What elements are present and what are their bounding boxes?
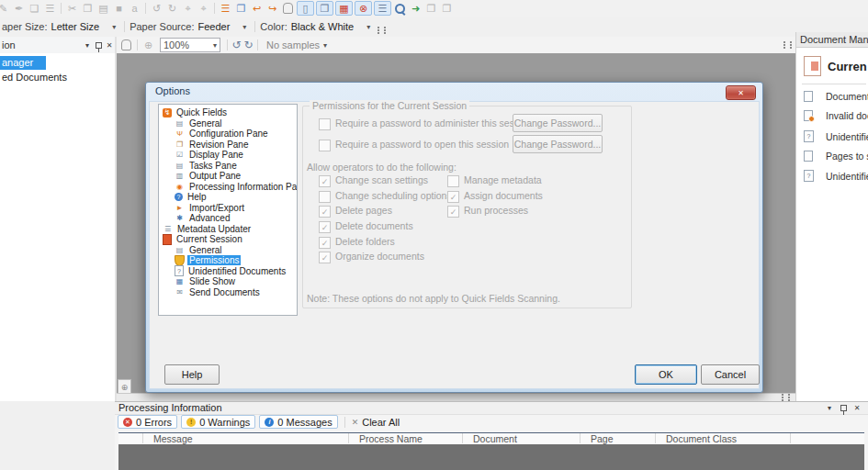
rp-item-invalid-documents[interactable]: Invalid docu: [804, 110, 868, 121]
sidebar-item-document-manager[interactable]: anager: [0, 56, 46, 70]
color-value[interactable]: Black & White: [291, 21, 354, 32]
paper-size-value[interactable]: Letter Size: [51, 21, 100, 32]
paper-size-dropdown-icon[interactable]: ▾: [112, 23, 116, 31]
undo-icon[interactable]: ↩: [249, 1, 265, 16]
thumbnails-view-icon[interactable]: ▦: [335, 1, 353, 16]
tree-item-help[interactable]: Help: [159, 192, 297, 203]
pan-hand-icon[interactable]: [280, 1, 296, 16]
tree-item-quick-fields[interactable]: Quick Fields: [159, 107, 297, 118]
resize-grip[interactable]: [782, 394, 790, 401]
copy-pages-icon[interactable]: ❐: [80, 1, 96, 16]
tree-item-revision-pane[interactable]: Revision Pane: [159, 140, 297, 151]
require-admin-password-checkbox[interactable]: [319, 118, 331, 130]
annotation-lines-icon[interactable]: ☰: [42, 1, 58, 16]
import-document-icon[interactable]: ❐: [439, 1, 455, 16]
delete-documents-checkbox[interactable]: [319, 221, 331, 233]
tree-item-configuration-pane[interactable]: Configuration Pane: [159, 129, 297, 140]
run-processes-checkbox[interactable]: [447, 206, 459, 218]
delete-page-icon[interactable]: ⊗: [355, 1, 372, 16]
registration-right-icon[interactable]: ⌖: [196, 1, 211, 16]
tree-item-processing-information-pane[interactable]: Processing Information Pane: [159, 182, 297, 193]
close-icon[interactable]: ✕: [851, 403, 862, 414]
tree-item-session-general[interactable]: General: [159, 245, 297, 256]
change-scheduling-options-checkbox[interactable]: [319, 191, 331, 203]
tree-item-slide-show[interactable]: Slide Show: [159, 276, 297, 287]
organize-documents-checkbox[interactable]: [319, 252, 331, 263]
send-documents-icon[interactable]: ➜: [408, 1, 423, 16]
rp-item-unidentified-2[interactable]: Unidentified: [804, 170, 868, 182]
ok-button[interactable]: OK: [635, 364, 697, 385]
errors-filter-button[interactable]: 0 Errors: [118, 415, 177, 429]
sidebar-item-unidentified-documents[interactable]: ed Documents: [0, 71, 115, 84]
tree-item-current-session[interactable]: Current Session: [159, 234, 297, 245]
messages-filter-button[interactable]: 0 Messages: [259, 415, 337, 429]
column-document-class[interactable]: Document Class: [666, 433, 737, 444]
delete-pages-checkbox[interactable]: [319, 206, 331, 218]
panel-menu-icon[interactable]: ▾: [824, 403, 835, 414]
list-view-icon[interactable]: ☰: [374, 1, 391, 16]
panel-menu-icon[interactable]: ▾: [82, 39, 93, 50]
pen-icon[interactable]: ✎: [0, 1, 11, 16]
scissors-icon[interactable]: ✂: [64, 1, 80, 16]
rotate-right-icon[interactable]: ↻: [164, 1, 180, 16]
close-icon[interactable]: ✕: [104, 39, 115, 50]
registration-left-icon[interactable]: ⌖: [180, 1, 196, 16]
paper-source-dropdown-icon[interactable]: ▾: [242, 23, 246, 31]
warnings-filter-button[interactable]: 0 Warnings: [181, 415, 255, 429]
samples-dropdown[interactable]: No samples: [266, 39, 320, 50]
export-document-icon[interactable]: ❐: [423, 1, 439, 16]
results-table-body[interactable]: [118, 444, 864, 470]
rp-item-pages-to-store[interactable]: Pages to sto: [804, 151, 868, 162]
paper-source-value[interactable]: Feeder: [197, 21, 230, 32]
require-open-password-checkbox[interactable]: [319, 140, 331, 151]
change-scan-settings-checkbox[interactable]: [319, 175, 331, 187]
tree-item-general[interactable]: General: [159, 118, 297, 129]
viewer-undo-icon[interactable]: ↺: [231, 39, 242, 51]
pin-icon[interactable]: [93, 39, 104, 50]
tree-item-output-pane[interactable]: Output Pane: [159, 171, 297, 182]
image-frame-icon[interactable]: ■: [111, 1, 127, 16]
column-message[interactable]: Message: [153, 433, 193, 444]
pan-hand-icon[interactable]: [118, 38, 134, 52]
samples-dropdown-icon[interactable]: ▾: [323, 41, 327, 50]
tree-item-tasks-pane[interactable]: Tasks Pane: [159, 161, 297, 172]
paste-page-icon[interactable]: ▤: [96, 1, 111, 16]
signature-pen-icon[interactable]: ✒: [11, 1, 27, 16]
tree-item-unidentified-documents[interactable]: Unidentified Documents: [159, 266, 297, 277]
clear-all-button[interactable]: ✕ Clear All: [352, 417, 400, 428]
stamp-icon[interactable]: ❏: [27, 1, 42, 16]
page-view-icon[interactable]: ▯: [297, 1, 314, 16]
rp-item-documents[interactable]: Documents: [804, 91, 868, 102]
current-session-header[interactable]: Curren: [804, 56, 867, 76]
tree-item-import-export[interactable]: Import/Export: [159, 203, 297, 214]
pin-icon[interactable]: [838, 403, 849, 414]
redo-icon[interactable]: ↪: [265, 1, 280, 16]
tree-item-metadata-updater[interactable]: Metadata Updater: [159, 224, 297, 235]
tree-item-send-documents[interactable]: Send Documents: [159, 287, 297, 298]
tree-item-permissions[interactable]: Permissions: [159, 255, 297, 266]
column-document[interactable]: Document: [473, 433, 517, 444]
change-admin-password-button[interactable]: Change Password...: [513, 114, 603, 132]
zoom-in-icon[interactable]: ⊕: [141, 38, 156, 52]
column-process-name[interactable]: Process Name: [359, 433, 423, 444]
viewer-redo-icon[interactable]: ↻: [242, 39, 254, 51]
zoom-level-combobox[interactable]: 100% ▾: [160, 38, 220, 52]
color-dropdown-icon[interactable]: ▾: [366, 23, 370, 31]
tree-item-display-pane[interactable]: Display Pane: [159, 150, 297, 161]
cancel-button[interactable]: Cancel: [701, 364, 760, 385]
scan-settings-icon[interactable]: ☰: [218, 1, 233, 16]
change-open-password-button[interactable]: Change Password...: [513, 135, 603, 153]
delete-folders-checkbox[interactable]: [319, 237, 331, 249]
new-window-icon[interactable]: ❐: [233, 1, 249, 16]
rp-item-unidentified[interactable]: Unidentified: [804, 130, 868, 142]
rotate-left-icon[interactable]: ↺: [149, 1, 164, 16]
search-icon[interactable]: [392, 1, 408, 16]
text-label-icon[interactable]: a: [127, 1, 142, 16]
tree-item-advanced[interactable]: Advanced: [159, 213, 297, 224]
help-button[interactable]: Help: [164, 364, 220, 385]
document-view-icon[interactable]: ❐: [316, 1, 333, 16]
assign-documents-checkbox[interactable]: [447, 191, 459, 203]
manage-metadata-checkbox[interactable]: [447, 175, 459, 187]
dialog-close-button[interactable]: ✕: [726, 85, 756, 100]
column-page[interactable]: Page: [591, 433, 614, 444]
